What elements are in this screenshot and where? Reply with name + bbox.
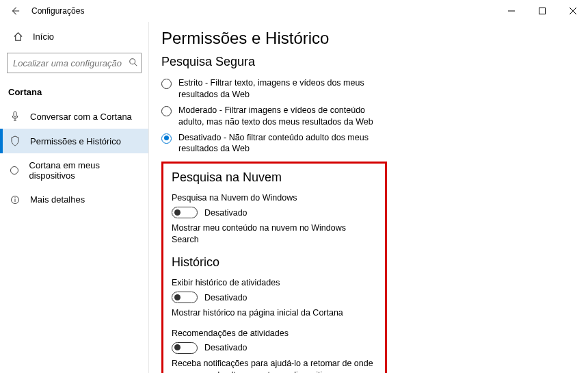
sidebar-item-talk-cortana[interactable]: Conversar com a Cortana bbox=[0, 104, 148, 129]
page-title: Permissões e Histórico bbox=[161, 29, 567, 48]
toggle-row: Desativado bbox=[172, 292, 374, 303]
radio-icon bbox=[161, 79, 172, 89]
toggle-state: Desativado bbox=[204, 208, 248, 218]
sidebar-item-label: Permissões e Histórico bbox=[30, 136, 121, 146]
svg-rect-6 bbox=[14, 112, 16, 117]
svg-rect-1 bbox=[539, 8, 545, 14]
info-icon bbox=[10, 195, 21, 205]
home-button[interactable]: Início bbox=[0, 26, 148, 47]
maximize-button[interactable] bbox=[526, 0, 557, 22]
svg-point-7 bbox=[11, 167, 18, 175]
window-controls bbox=[496, 0, 588, 22]
toggle-row: Desativado bbox=[172, 342, 374, 354]
radio-off[interactable]: Desativado - Não filtrar conteúdo adulto… bbox=[161, 132, 380, 155]
sidebar-item-label: Mais detalhes bbox=[30, 194, 85, 205]
radio-icon bbox=[161, 106, 172, 116]
search-box[interactable] bbox=[7, 53, 142, 73]
svg-point-4 bbox=[130, 58, 135, 64]
activity-history-label: Exibir histórico de atividades bbox=[172, 278, 374, 287]
activity-history-desc: Mostrar histórico na página inicial da C… bbox=[172, 307, 374, 319]
recommendations-desc: Receba notificações para ajudá-lo a reto… bbox=[172, 358, 374, 373]
cloud-search-sublabel: Pesquisa na Nuvem do Windows bbox=[172, 193, 374, 203]
circle-icon bbox=[10, 166, 20, 175]
sidebar-item-label: Cortana em meus dispositivos bbox=[29, 160, 137, 181]
microphone-icon bbox=[10, 111, 21, 122]
history-title: Histórico bbox=[172, 255, 374, 270]
sidebar: Início Cortana Conversar com a Cortana P… bbox=[0, 22, 149, 373]
back-button[interactable] bbox=[5, 1, 25, 21]
svg-point-10 bbox=[14, 197, 15, 198]
sidebar-section-cortana: Cortana bbox=[0, 83, 148, 104]
cloud-search-title: Pesquisa na Nuvem bbox=[172, 170, 374, 185]
highlighted-section: Pesquisa na Nuvem Pesquisa na Nuvem do W… bbox=[161, 162, 387, 373]
cloud-search-toggle[interactable] bbox=[172, 207, 198, 218]
radio-label: Estrito - Filtrar texto, imagens e vídeo… bbox=[178, 77, 380, 101]
recommendations-label: Recomendações de atividades bbox=[172, 329, 374, 338]
search-input[interactable] bbox=[13, 58, 129, 68]
sidebar-item-permissions[interactable]: Permissões e Histórico bbox=[0, 129, 148, 153]
radio-strict[interactable]: Estrito - Filtrar texto, imagens e vídeo… bbox=[161, 77, 380, 101]
radio-icon bbox=[161, 133, 172, 144]
svg-line-5 bbox=[135, 63, 137, 66]
toggle-state: Desativado bbox=[204, 293, 248, 303]
close-button[interactable] bbox=[557, 0, 588, 22]
window-title: Configurações bbox=[25, 6, 84, 16]
radio-label: Desativado - Não filtrar conteúdo adulto… bbox=[178, 132, 380, 155]
recommendations-toggle[interactable] bbox=[172, 342, 198, 354]
sidebar-item-more-details[interactable]: Mais detalhes bbox=[0, 188, 148, 211]
toggle-state: Desativado bbox=[204, 343, 248, 352]
safesearch-title: Pesquisa Segura bbox=[161, 55, 567, 69]
toggle-row: Desativado bbox=[172, 207, 374, 218]
content-area: Permissões e Histórico Pesquisa Segura E… bbox=[149, 22, 588, 373]
sidebar-item-devices[interactable]: Cortana em meus dispositivos bbox=[0, 153, 148, 188]
shield-icon bbox=[10, 136, 21, 146]
radio-moderate[interactable]: Moderado - Filtrar imagens e vídeos de c… bbox=[161, 105, 380, 128]
titlebar: Configurações bbox=[0, 0, 588, 22]
cloud-search-desc: Mostrar meu conteúdo na nuvem no Windows… bbox=[172, 222, 374, 246]
home-label: Início bbox=[33, 31, 54, 42]
radio-label: Moderado - Filtrar imagens e vídeos de c… bbox=[178, 105, 380, 128]
home-icon bbox=[12, 31, 23, 42]
sidebar-item-label: Conversar com a Cortana bbox=[30, 112, 132, 122]
minimize-button[interactable] bbox=[496, 0, 526, 22]
search-icon bbox=[129, 57, 138, 69]
activity-history-toggle[interactable] bbox=[172, 292, 198, 303]
